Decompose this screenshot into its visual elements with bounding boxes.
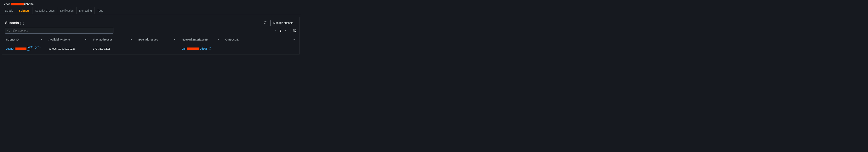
panel-title-text: Subnets bbox=[5, 21, 19, 25]
eni-prefix: eni- bbox=[182, 47, 186, 50]
ipv4-cell: 172.31.20.111 bbox=[91, 43, 136, 54]
col-header-label: Subnet ID bbox=[6, 38, 19, 41]
subnets-panel: Subnets (1) Manage subnets bbox=[2, 17, 300, 54]
svg-marker-4 bbox=[85, 39, 87, 40]
col-header-eni[interactable]: Network Interface ID bbox=[180, 36, 223, 43]
col-header-ipv6[interactable]: IPv6 addresses bbox=[136, 36, 180, 43]
svg-marker-5 bbox=[131, 39, 132, 40]
sort-icon bbox=[217, 38, 219, 41]
sort-icon bbox=[130, 38, 132, 41]
refresh-icon bbox=[264, 21, 267, 25]
sort-icon bbox=[85, 38, 87, 41]
pagination: 1 bbox=[274, 29, 296, 32]
page-prev-button[interactable] bbox=[274, 29, 277, 32]
title-redacted bbox=[11, 3, 24, 5]
sort-icon bbox=[40, 38, 42, 41]
col-header-label: Network Interface ID bbox=[182, 38, 208, 41]
svg-line-9 bbox=[210, 48, 211, 49]
manage-subnets-button[interactable]: Manage subnets bbox=[270, 20, 296, 26]
eni-link[interactable]: eni-0d608 bbox=[182, 47, 221, 50]
ipv6-cell: – bbox=[136, 43, 180, 54]
subnet-redacted bbox=[16, 48, 27, 50]
panel-title-count: (1) bbox=[20, 21, 24, 25]
svg-marker-8 bbox=[293, 39, 295, 40]
col-header-label: Outpost ID bbox=[225, 38, 239, 41]
subnet-id-link[interactable]: subnet-54c26 (jedi-sub... bbox=[6, 46, 44, 52]
subnets-table: Subnet ID Availability Zone IPv4 address… bbox=[2, 36, 299, 54]
col-header-ipv4[interactable]: IPv4 addresses bbox=[91, 36, 136, 43]
tab-security-groups[interactable]: Security Groups bbox=[32, 7, 57, 14]
svg-marker-7 bbox=[218, 39, 219, 40]
col-header-az[interactable]: Availability Zone bbox=[46, 36, 91, 43]
filter-row: 1 bbox=[2, 28, 299, 36]
svg-marker-3 bbox=[41, 39, 42, 40]
tab-subnets[interactable]: Subnets bbox=[16, 7, 32, 14]
tab-tags[interactable]: Tags bbox=[95, 7, 106, 14]
table-row[interactable]: subnet-54c26 (jedi-sub... us-east-1a (us… bbox=[2, 43, 299, 54]
svg-point-0 bbox=[7, 30, 9, 31]
col-header-label: IPv4 addresses bbox=[93, 38, 113, 41]
tabs: Details Subnets Security Groups Notifica… bbox=[0, 7, 302, 14]
svg-point-2 bbox=[294, 30, 295, 31]
tab-details[interactable]: Details bbox=[2, 7, 16, 14]
col-header-subnet-id[interactable]: Subnet ID bbox=[2, 36, 46, 43]
gear-icon bbox=[293, 29, 296, 32]
col-header-label: IPv6 addresses bbox=[138, 38, 158, 41]
svg-line-1 bbox=[9, 31, 10, 32]
svg-marker-6 bbox=[174, 39, 176, 40]
refresh-button[interactable] bbox=[262, 20, 269, 26]
resource-title: vpce-42bc3e bbox=[0, 0, 302, 7]
filter-input[interactable] bbox=[5, 28, 114, 33]
panel-header: Subnets (1) Manage subnets bbox=[2, 17, 299, 28]
outpost-cell: – bbox=[223, 43, 299, 54]
panel-title: Subnets (1) bbox=[5, 21, 24, 25]
col-header-label: Availability Zone bbox=[49, 38, 70, 41]
eni-suffix: 0d608 bbox=[200, 47, 207, 50]
subnet-prefix: subnet- bbox=[6, 47, 15, 50]
chevron-left-icon bbox=[274, 29, 277, 32]
az-cell: us-east-1a (use1-az6) bbox=[46, 43, 91, 54]
subnet-suffix: 54c26 (jedi-sub... bbox=[27, 46, 44, 52]
title-prefix: vpce- bbox=[4, 2, 11, 6]
title-suffix: 42bc3e bbox=[24, 2, 34, 6]
page-number: 1 bbox=[280, 29, 281, 32]
chevron-right-icon bbox=[284, 29, 287, 32]
eni-redacted bbox=[187, 48, 199, 50]
tab-notification[interactable]: Notification bbox=[57, 7, 76, 14]
external-link-icon bbox=[209, 47, 211, 50]
sort-icon bbox=[174, 38, 176, 41]
tab-monitoring[interactable]: Monitoring bbox=[76, 7, 95, 14]
page-next-button[interactable] bbox=[284, 29, 287, 32]
table-settings-button[interactable] bbox=[293, 29, 296, 32]
sort-icon bbox=[293, 38, 295, 41]
col-header-outpost[interactable]: Outpost ID bbox=[223, 36, 299, 43]
